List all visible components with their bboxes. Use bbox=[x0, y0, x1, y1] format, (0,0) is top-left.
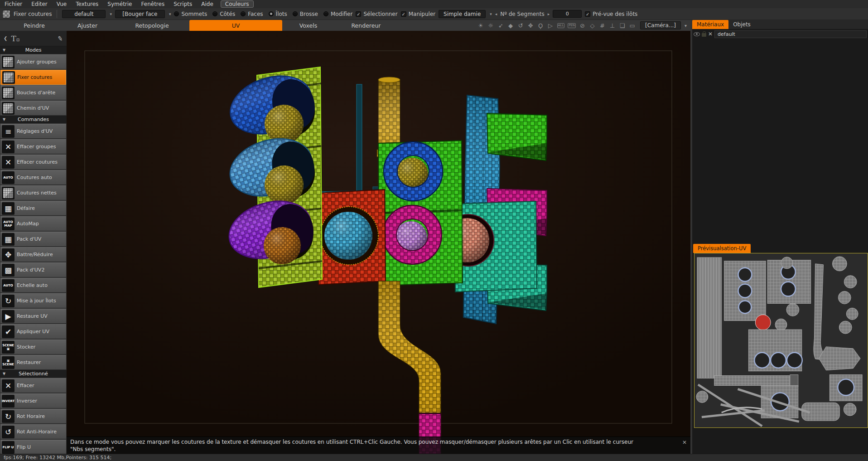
radio-cotes[interactable]: Côtés bbox=[212, 11, 235, 17]
menu-aide[interactable]: Aide bbox=[197, 0, 218, 8]
axis-icon[interactable]: ⊥ bbox=[609, 22, 616, 29]
sidebar-item-defaire[interactable]: ▦Défaire bbox=[0, 201, 66, 216]
brush-stroke-icon[interactable]: ✎ bbox=[57, 34, 63, 43]
lock-icon[interactable] bbox=[702, 33, 706, 37]
radio-brosse[interactable]: Brosse bbox=[293, 11, 318, 17]
sidebar-item-mise-a-jour-ilots[interactable]: ↻Mise à jour Îlots bbox=[0, 293, 66, 308]
sidebar-item-appliquer-uv[interactable]: ✔Appliquer UV bbox=[0, 324, 66, 339]
radio-dot-icon[interactable] bbox=[323, 11, 328, 16]
visibility-eye-icon[interactable] bbox=[694, 32, 700, 36]
section-collapse-icon[interactable]: ▼ bbox=[3, 117, 5, 121]
sidebar-item-pack-d-uv[interactable]: ▦Pack d'UV bbox=[0, 232, 66, 247]
preset-dropdown-arrow-icon[interactable]: ▾ bbox=[110, 12, 112, 16]
backdrop-icon[interactable]: ▭ bbox=[629, 22, 636, 29]
radio-dot-icon[interactable] bbox=[241, 11, 246, 16]
sidebar-item-restaurer[interactable]: ▣ SCENERestaurer bbox=[0, 355, 66, 370]
radio-faces[interactable]: Faces bbox=[241, 11, 263, 17]
checkbox-icon[interactable]: ✓ bbox=[585, 11, 590, 17]
menu-editer[interactable]: Editer bbox=[27, 0, 52, 8]
sidebar-item-flip-u[interactable]: FLIP UFlip U bbox=[0, 440, 66, 454]
rotate-view-icon[interactable]: ↺ bbox=[517, 22, 524, 29]
sidebar-item-restaure-uv[interactable]: ▶Restaure UV bbox=[0, 309, 66, 324]
material-name[interactable]: default bbox=[714, 30, 867, 38]
sidebar-item-stocker[interactable]: SCENE ▣Stocker bbox=[0, 340, 66, 354]
transform-dropdown-arrow-icon[interactable]: ▾ bbox=[169, 12, 171, 16]
wire-cube-icon[interactable]: ◇ bbox=[589, 22, 596, 29]
tab-rendereur[interactable]: Rendereur bbox=[334, 20, 398, 31]
tab-ajuster[interactable]: Ajuster bbox=[60, 20, 115, 31]
viewport-3d[interactable]: Dans ce mode vous pouvez marquer les cou… bbox=[67, 31, 690, 454]
segments-left-arrow-icon[interactable]: ◂ bbox=[495, 12, 497, 16]
sidebar-item-battre-reduire[interactable]: ✥Battre/Réduire bbox=[0, 247, 66, 262]
checkbox-icon[interactable]: ✓ bbox=[356, 11, 361, 17]
right-panel-tab-materiaux[interactable]: Matériaux bbox=[692, 20, 728, 29]
sidebar-item-reglages-d-uv[interactable]: ≡Réglages d'UV bbox=[0, 124, 66, 139]
sidebar-item-effacer-coutures[interactable]: ✕Effacer coutures bbox=[0, 155, 66, 170]
droplet-icon[interactable]: ◆ bbox=[507, 22, 514, 29]
camera-dropdown-arrow-icon[interactable]: ▾ bbox=[681, 23, 690, 28]
frame-pen-icon[interactable]: PEN bbox=[568, 23, 576, 28]
preset-dropdown[interactable]: default bbox=[62, 10, 106, 18]
uv-preview-tab[interactable]: Prévisualsation-UV bbox=[693, 244, 751, 253]
radio-sommets[interactable]: Sommets bbox=[174, 11, 207, 17]
collapse-arrow-icon[interactable]: ❮ bbox=[4, 36, 7, 41]
section-collapse-icon[interactable]: ▼ bbox=[3, 372, 5, 376]
sidebar-item-coutures-nettes[interactable]: Coutures nettes bbox=[0, 185, 66, 200]
menu-textures[interactable]: Textures bbox=[71, 0, 103, 8]
select-checkbox[interactable]: ✓Sélectionner bbox=[356, 11, 397, 17]
tab-retopologie[interactable]: Retopologie bbox=[115, 20, 189, 31]
sidebar-item-inverser[interactable]: INVERTInverser bbox=[0, 393, 66, 408]
sidebar-section-selectionne[interactable]: ▼Sélectionné bbox=[0, 370, 67, 378]
menu-scripts[interactable]: Scripts bbox=[169, 0, 197, 8]
menu-fichier[interactable]: Fichier bbox=[0, 0, 27, 8]
sidebar-item-echelle-auto[interactable]: AUTOEchelle auto bbox=[0, 278, 66, 293]
sidebar-item-rot-anti-horaire[interactable]: ↺Rot Anti-Horaire bbox=[0, 424, 66, 439]
sidebar-item-chemin-d-uv[interactable]: Chemin d'UV bbox=[0, 101, 66, 116]
camera-button[interactable]: [Caméra...] bbox=[640, 21, 681, 29]
menu-symetrie[interactable]: Symétrie bbox=[103, 0, 136, 8]
radio-dot-icon[interactable] bbox=[212, 11, 217, 16]
sun-light-icon[interactable]: ☀ bbox=[477, 22, 484, 29]
maximize-icon[interactable]: ❏ bbox=[619, 22, 626, 29]
pan-view-icon[interactable]: ✥ bbox=[527, 22, 534, 29]
text-tool-icon[interactable]: T⊡ bbox=[11, 34, 19, 43]
menu-fenetres[interactable]: Fenêtres bbox=[137, 0, 169, 8]
navigate-icon[interactable]: ▷ bbox=[547, 22, 554, 29]
menu-vue[interactable]: Vue bbox=[52, 0, 71, 8]
checkbox-icon[interactable]: ✓ bbox=[401, 11, 406, 17]
tab-voxels[interactable]: Voxels bbox=[282, 20, 334, 31]
checker-pattern-dropdown[interactable]: Simple damie bbox=[439, 10, 486, 18]
delete-icon[interactable]: ✕ bbox=[708, 31, 713, 37]
radio-modifier[interactable]: Modifier bbox=[323, 11, 353, 17]
tab-uv[interactable]: UV bbox=[189, 20, 282, 31]
islands-preview-checkbox[interactable]: ✓Pré-vue des ilôts bbox=[585, 11, 637, 17]
disable-icon[interactable]: ⊘ bbox=[579, 22, 586, 29]
segments-input[interactable]: 0 bbox=[553, 10, 582, 18]
sidebar-item-coutures-auto[interactable]: AUTOCoutures auto bbox=[0, 170, 66, 185]
frame-all-icon[interactable]: ALL bbox=[557, 23, 565, 28]
uv-preview-panel[interactable] bbox=[694, 253, 868, 428]
radio-dot-icon[interactable] bbox=[293, 11, 298, 16]
radio-ilots[interactable]: Îlots bbox=[269, 11, 287, 17]
sidebar-section-commandes[interactable]: ▼Commandes bbox=[0, 116, 67, 123]
sidebar-item-boucles-d-arete[interactable]: Boucles d'arête bbox=[0, 85, 66, 100]
sidebar-item-fixer-coutures[interactable]: Fixer coutures bbox=[0, 70, 66, 85]
sidebar-item-effacer-groupes[interactable]: ✕Effacer groupes bbox=[0, 139, 66, 154]
manipulate-checkbox[interactable]: ✓Manipuler bbox=[401, 11, 436, 17]
sidebar-item-pack-d-uv2[interactable]: ▩Pack d'UV2 bbox=[0, 262, 66, 277]
bulb-light-icon[interactable]: ☼ bbox=[487, 22, 494, 29]
pattern-dropdown-arrow-icon[interactable]: ▾ bbox=[490, 12, 492, 16]
grid-icon[interactable]: # bbox=[599, 22, 606, 29]
sidebar-item-rot-horaire[interactable]: ↻Rot Horaire bbox=[0, 409, 66, 424]
radio-dot-icon[interactable] bbox=[174, 11, 179, 16]
section-collapse-icon[interactable]: ▼ bbox=[3, 48, 5, 52]
light-direction-icon[interactable]: ➶ bbox=[497, 22, 504, 29]
sidebar-item-effacer[interactable]: ✕Effacer bbox=[0, 378, 66, 393]
radio-dot-icon[interactable] bbox=[269, 11, 274, 16]
segments-right-arrow-icon[interactable]: ▸ bbox=[548, 12, 550, 16]
zoom-view-icon[interactable]: Ϙ bbox=[537, 22, 544, 29]
transform-dropdown[interactable]: [Bouger face bbox=[115, 10, 165, 18]
right-panel-tab-objets[interactable]: Objets bbox=[728, 20, 755, 29]
tab-peindre[interactable]: Peindre bbox=[8, 20, 60, 31]
sidebar-section-modes[interactable]: ▼Modes bbox=[0, 46, 67, 54]
